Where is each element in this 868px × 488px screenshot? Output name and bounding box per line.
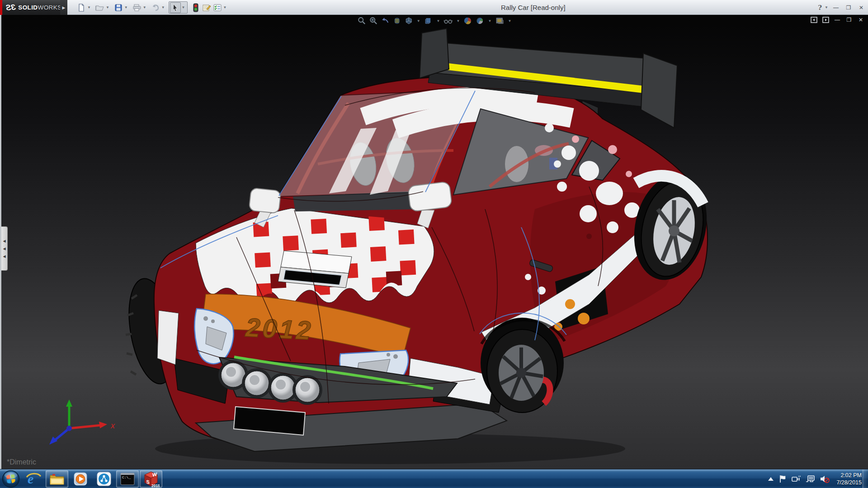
taskbar-share-app[interactable] xyxy=(93,470,115,488)
taskbar-clock[interactable]: 2:02 PM 7/28/2015 xyxy=(836,472,862,487)
help-button[interactable]: ? xyxy=(818,4,822,12)
section-view-button[interactable] xyxy=(392,16,401,25)
x-axis-label: x xyxy=(110,421,115,430)
print-icon xyxy=(132,4,142,12)
year-decal: 2012 xyxy=(245,312,314,345)
zoom-to-fit-button[interactable] xyxy=(357,16,366,25)
titlebar-window-buttons: ? ▼ — ❐ ✕ xyxy=(818,0,866,15)
volume-muted-button[interactable] xyxy=(820,475,830,483)
hide-show-items-dropdown[interactable]: ▼ xyxy=(457,19,460,23)
clock-time: 2:02 PM xyxy=(836,472,862,479)
view-orientation-dropdown[interactable]: ▼ xyxy=(417,19,420,23)
eyeglasses-icon xyxy=(444,17,453,25)
open-document-button[interactable] xyxy=(94,2,105,13)
select-dropdown[interactable]: ▼ xyxy=(182,5,185,9)
view-settings-dropdown[interactable]: ▼ xyxy=(508,19,511,23)
share-nodes-icon xyxy=(96,471,112,487)
command-prompt-icon: C:\_ xyxy=(120,472,135,486)
show-desktop-button[interactable] xyxy=(863,469,868,488)
network-button[interactable] xyxy=(806,475,815,483)
action-center-button[interactable] xyxy=(778,475,787,483)
doc-close-button[interactable]: ✕ xyxy=(857,16,864,23)
save-dropdown[interactable]: ▼ xyxy=(124,5,128,9)
feature-manager-collapsed-tab[interactable]: ◀ ◀ ◀ xyxy=(1,226,8,271)
view-cube-icon xyxy=(405,17,413,25)
traffic-light-icon xyxy=(193,3,198,12)
taskbar-media-player[interactable] xyxy=(69,470,92,488)
triad-origin xyxy=(66,426,72,431)
power-button[interactable] xyxy=(792,475,801,483)
save-button[interactable] xyxy=(113,2,124,13)
internet-explorer-icon: e xyxy=(25,471,42,487)
undo-button[interactable] xyxy=(150,2,161,13)
sw-year-label: 2015 xyxy=(151,483,160,488)
new-document-button[interactable] xyxy=(76,2,87,13)
previous-view-icon xyxy=(381,17,389,25)
taskbar-windows-explorer[interactable] xyxy=(46,470,68,488)
sw-cube-letter-w: W xyxy=(152,471,157,478)
panel-toggle-left-button[interactable] xyxy=(810,16,817,23)
close-button[interactable]: ✕ xyxy=(856,3,866,12)
windows-start-icon xyxy=(2,470,20,488)
spoiler-endplate-right xyxy=(641,53,677,128)
edit-appearance-button[interactable] xyxy=(463,16,472,25)
spoiler-endplate-left xyxy=(420,28,449,78)
speaker-muted-icon xyxy=(820,475,830,483)
graphics-area[interactable]: 2012 xyxy=(0,15,868,469)
up-arrow-icon xyxy=(768,477,774,481)
power-plug-icon xyxy=(792,475,801,483)
open-folder-icon xyxy=(95,4,104,12)
view-settings-button[interactable] xyxy=(495,16,504,25)
taskbar-internet-explorer[interactable]: e xyxy=(22,470,45,488)
print-dropdown[interactable]: ▼ xyxy=(143,5,146,9)
taskbar-solidworks[interactable]: S W 2015 xyxy=(140,470,162,488)
hide-show-items-button[interactable] xyxy=(444,16,453,25)
menu-expand-arrow[interactable]: ▶ xyxy=(60,0,67,15)
y-axis-arrow xyxy=(66,399,72,407)
standard-toolbar: ▼ ▼ ▼ ▼ ▼ ▼ ▼ xyxy=(76,0,230,15)
show-hidden-icons-button[interactable] xyxy=(768,477,774,481)
titlebar: ЗS SOLIDWORKS ▶ ▼ ▼ ▼ ▼ ▼ ▼ xyxy=(0,0,868,15)
media-player-icon xyxy=(73,471,88,487)
apply-scene-button[interactable] xyxy=(475,16,484,25)
view-settings-icon xyxy=(495,17,504,25)
section-view-icon xyxy=(393,17,401,25)
minimize-button[interactable]: — xyxy=(831,3,841,12)
previous-view-button[interactable] xyxy=(381,16,390,25)
clock-date: 7/28/2015 xyxy=(836,479,862,486)
panel-toggle-right-button[interactable] xyxy=(822,16,829,23)
view-orientation-button[interactable] xyxy=(404,16,413,25)
traffic-light-button[interactable] xyxy=(190,2,201,13)
print-button[interactable] xyxy=(132,2,142,13)
zoom-to-area-button[interactable] xyxy=(369,16,378,25)
options-dropdown[interactable]: ▼ xyxy=(223,5,227,9)
zoom-to-fit-icon xyxy=(358,17,366,25)
display-style-dropdown[interactable]: ▼ xyxy=(437,19,440,23)
apply-scene-dropdown[interactable]: ▼ xyxy=(488,19,491,23)
open-dropdown[interactable]: ▼ xyxy=(106,5,109,9)
solidworks-logo-glyph: ЗS xyxy=(5,3,16,13)
new-dropdown[interactable]: ▼ xyxy=(87,5,91,9)
panel-left-icon xyxy=(811,17,817,23)
flag-icon xyxy=(778,475,787,483)
taskbar-command-prompt[interactable]: C:\_ xyxy=(116,470,139,488)
rebuild-note-button[interactable] xyxy=(201,2,212,13)
select-button[interactable] xyxy=(170,2,181,13)
appearance-sphere-icon xyxy=(464,17,472,25)
undo-dropdown[interactable]: ▼ xyxy=(161,5,165,9)
sw-cube-letter-s: S xyxy=(146,479,150,484)
help-dropdown[interactable]: ▼ xyxy=(825,5,828,9)
display-style-button[interactable] xyxy=(424,16,433,25)
new-document-icon xyxy=(77,4,85,12)
start-button[interactable] xyxy=(0,469,22,488)
rally-car-model[interactable]: 2012 xyxy=(1,15,868,469)
panel-right-icon xyxy=(822,17,829,23)
options-button[interactable] xyxy=(212,2,223,13)
brand-light: WORKS xyxy=(38,4,62,11)
restore-button[interactable]: ❐ xyxy=(844,3,854,12)
doc-minimize-button[interactable]: — xyxy=(834,16,841,23)
taskbar: e xyxy=(0,469,868,488)
hood-scoop xyxy=(278,251,352,288)
doc-restore-button[interactable]: ❐ xyxy=(845,16,853,23)
document-window-controls: — ❐ ✕ xyxy=(810,16,864,23)
